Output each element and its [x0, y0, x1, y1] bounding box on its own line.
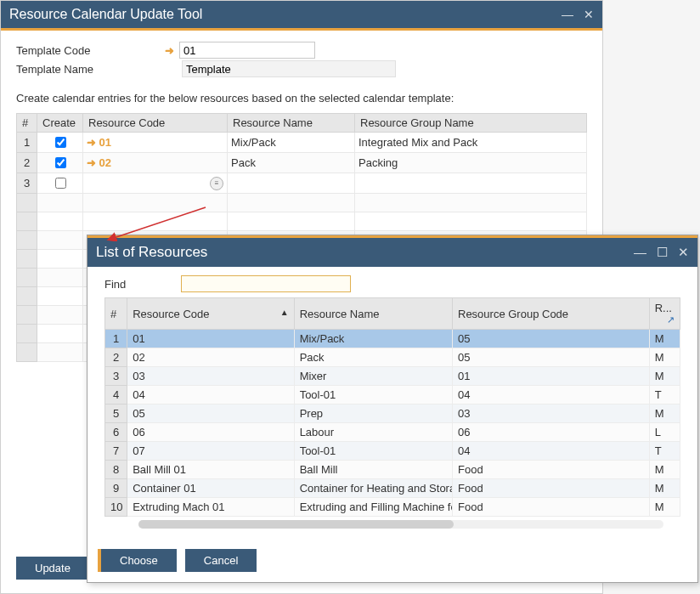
template-name-input [182, 60, 396, 77]
resource-name-cell: Prep [294, 404, 452, 423]
table-row[interactable]: 9Container 01Container for Heating and S… [105, 479, 680, 498]
table-row[interactable]: 606Labour06L [105, 423, 680, 442]
find-input[interactable] [181, 275, 351, 292]
resource-code-cell[interactable]: ≡ [83, 173, 228, 194]
resource-group-cell: 03 [453, 404, 650, 423]
maximize-icon[interactable]: ☐ [657, 245, 668, 260]
link-arrow-icon[interactable]: ➜ [87, 156, 96, 169]
create-checkbox[interactable] [55, 137, 66, 148]
table-row[interactable]: 404Tool-0104T [105, 386, 680, 404]
resource-code-cell: 01 [127, 330, 294, 348]
cancel-button[interactable]: Cancel [185, 549, 257, 572]
resource-name-cell: Tool-01 [294, 386, 452, 404]
resource-type-cell: M [649, 498, 680, 517]
resource-name-cell: Ball Mill [294, 461, 452, 479]
col-num[interactable]: # [17, 114, 37, 133]
table-row[interactable]: 101Mix/Pack05M [105, 330, 680, 348]
create-checkbox-cell[interactable] [37, 173, 83, 194]
resource-group-cell: 04 [453, 442, 650, 461]
resource-name-cell: Pack [294, 348, 452, 367]
table-row[interactable]: 1➜ 01Mix/PackIntegrated Mix and Pack [17, 133, 587, 153]
template-code-label: Template Code [16, 44, 165, 57]
resource-group-cell: 01 [453, 367, 650, 386]
create-checkbox[interactable] [55, 157, 66, 168]
col-num[interactable]: # [105, 298, 127, 330]
horizontal-scrollbar[interactable] [138, 520, 663, 529]
row-number [17, 287, 37, 306]
resource-name-cell: Mix/Pack [228, 133, 355, 153]
popout-icon[interactable]: ↗ [667, 314, 675, 325]
update-button[interactable]: Update [16, 557, 89, 580]
table-row[interactable]: 10Extruding Mach 01Extruding and Filling… [105, 498, 680, 517]
row-number: 5 [105, 404, 127, 423]
resource-group-cell: Food [453, 461, 650, 479]
table-row[interactable]: 3≡ [17, 173, 587, 194]
resource-name-cell: Pack [228, 153, 355, 173]
resource-code-cell[interactable]: ➜ 02 [83, 153, 228, 173]
resource-code-cell: Extruding Mach 01 [127, 498, 294, 517]
row-number [17, 231, 37, 250]
main-window-controls: ― ✕ [562, 8, 594, 21]
create-checkbox-cell[interactable] [37, 133, 83, 153]
resource-type-cell: M [649, 330, 680, 348]
table-row[interactable]: 303Mixer01M [105, 367, 680, 386]
choose-button[interactable]: Choose [98, 549, 177, 572]
col-code[interactable]: Resource Code▲ [127, 298, 294, 330]
table-row[interactable] [17, 212, 587, 231]
table-row[interactable]: 2➜ 02PackPacking [17, 153, 587, 173]
row-number [17, 194, 37, 212]
resource-group-cell: Packing [355, 153, 587, 173]
row-number: 7 [105, 442, 127, 461]
resource-code-cell: 03 [127, 367, 294, 386]
col-group[interactable]: Resource Group Code [453, 298, 650, 330]
table-row[interactable]: 505Prep03M [105, 404, 680, 423]
row-number: 2 [105, 348, 127, 367]
main-title: Resource Calendar Update Tool [9, 7, 202, 22]
close-icon[interactable]: ✕ [584, 8, 594, 21]
list-of-resources-modal: List of Resources ― ☐ ✕ Find # Resource … [87, 235, 698, 583]
resource-group-cell: Food [453, 498, 650, 517]
table-row[interactable]: 8Ball Mill 01Ball MillFoodM [105, 461, 680, 479]
minimize-icon[interactable]: ― [634, 245, 646, 260]
resource-type-cell: M [649, 479, 680, 498]
main-titlebar: Resource Calendar Update Tool ― ✕ [1, 1, 602, 28]
link-arrow-icon[interactable]: ➜ [87, 136, 96, 149]
close-icon[interactable]: ✕ [678, 245, 689, 260]
link-arrow-icon[interactable]: ➜ [165, 44, 174, 57]
col-group[interactable]: Resource Group Name [355, 114, 587, 133]
row-number: 6 [105, 423, 127, 442]
table-row[interactable]: 202Pack05M [105, 348, 680, 367]
row-number [17, 212, 37, 231]
table-row[interactable] [17, 194, 587, 212]
col-code[interactable]: Resource Code [83, 114, 228, 133]
resource-code-cell[interactable]: ➜ 01 [83, 133, 228, 153]
resource-type-cell: M [649, 461, 680, 479]
row-number: 2 [17, 153, 37, 173]
resource-group-cell: 06 [453, 423, 650, 442]
minimize-icon[interactable]: ― [562, 8, 573, 21]
resource-group-cell: Food [453, 479, 650, 498]
resource-type-cell: L [649, 423, 680, 442]
resource-code-cell: 05 [127, 404, 294, 423]
col-create[interactable]: Create [37, 114, 83, 133]
col-rtype[interactable]: R...↗ [649, 298, 680, 330]
resource-code-cell: 06 [127, 423, 294, 442]
create-checkbox-cell[interactable] [37, 153, 83, 173]
col-name[interactable]: Resource Name [294, 298, 452, 330]
table-row[interactable]: 707Tool-0104T [105, 442, 680, 461]
row-number [17, 325, 37, 343]
col-name[interactable]: Resource Name [228, 114, 355, 133]
resource-type-cell: M [649, 404, 680, 423]
lookup-button-icon[interactable]: ≡ [210, 177, 223, 190]
resource-type-cell: M [649, 367, 680, 386]
row-number: 9 [105, 479, 127, 498]
template-code-input[interactable] [179, 42, 315, 59]
resource-name-cell: Tool-01 [294, 442, 452, 461]
modal-titlebar: List of Resources ― ☐ ✕ [88, 238, 697, 267]
resource-group-cell: 05 [453, 330, 650, 348]
form-area: Template Code ➜ Template Name [1, 31, 602, 85]
template-name-label: Template Name [16, 63, 165, 76]
resource-type-cell: T [649, 442, 680, 461]
lookup-grid: # Resource Code▲ Resource Name Resource … [104, 297, 680, 517]
create-checkbox[interactable] [55, 178, 66, 189]
